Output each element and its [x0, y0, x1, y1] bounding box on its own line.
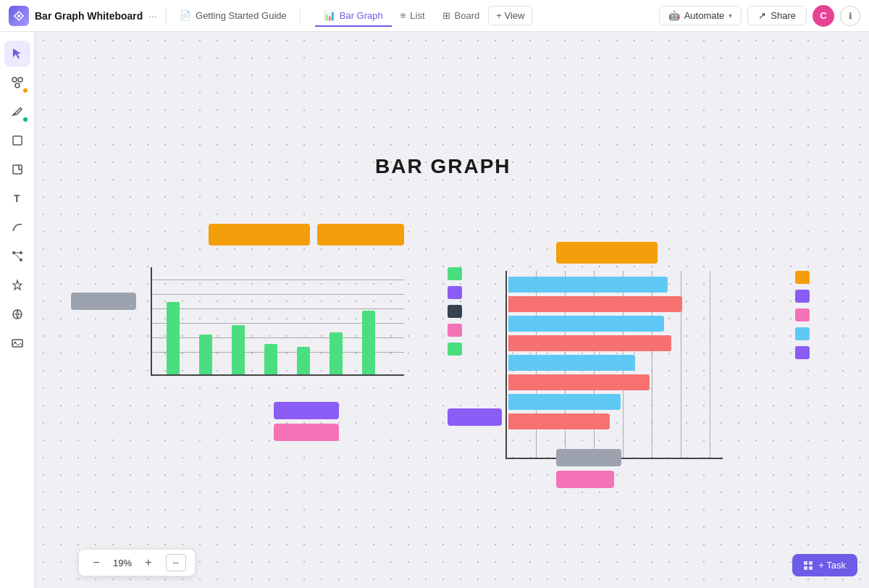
tool-image[interactable] [4, 330, 30, 356]
purple-label [274, 402, 339, 419]
legend-item [795, 327, 810, 340]
pink-label [274, 424, 339, 441]
vert-chart-inner [151, 267, 404, 376]
orange-label-2 [317, 224, 404, 245]
hbar [508, 316, 664, 332]
board-icon: ⊞ [442, 10, 450, 21]
tool-magic[interactable] [4, 70, 30, 96]
header: Bar Graph Whiteboard ··· 📄 Getting Start… [0, 0, 869, 32]
hbar [508, 296, 682, 312]
share-icon: ↗ [758, 10, 766, 21]
legend-item [795, 308, 810, 322]
legend-item [448, 267, 462, 280]
legend-item [795, 271, 810, 284]
bar [167, 302, 180, 374]
tool-ai[interactable] [4, 272, 30, 298]
h-line [152, 308, 404, 309]
h-line [152, 280, 404, 280]
share-button[interactable]: ↗ Share [747, 6, 807, 25]
tool-draw[interactable] [4, 214, 30, 240]
list-icon: ≡ [400, 10, 406, 21]
hbar [508, 335, 671, 351]
task-dot [809, 561, 813, 565]
tab-bar-graph[interactable]: 📊 Bar Graph [315, 6, 392, 27]
canvas[interactable]: BAR GRAPH [35, 32, 869, 588]
task-dot [804, 561, 807, 565]
hbar [508, 277, 668, 293]
bar-group [199, 335, 212, 374]
pink-label-right [556, 471, 614, 488]
toolbar-sidebar: T [0, 32, 35, 588]
zoom-in-button[interactable]: + [140, 554, 157, 571]
main-area: T [0, 32, 869, 588]
tab-bar: 📊 Bar Graph ≡ List ⊞ Board + View [315, 5, 533, 26]
divider [166, 9, 167, 23]
gray-label-right [556, 449, 621, 466]
bar [362, 311, 375, 374]
svg-point-3 [15, 83, 20, 88]
task-button[interactable]: + Task [792, 554, 857, 576]
svg-rect-4 [13, 136, 22, 145]
divider2 [300, 9, 301, 23]
task-dot [809, 566, 813, 570]
fit-button[interactable]: ↔ [166, 554, 186, 571]
bar-group [329, 332, 343, 374]
horizontal-bar-chart [505, 227, 766, 452]
tab-board[interactable]: ⊞ Board [434, 6, 489, 27]
tab-bar-graph-label: Bar Graph [340, 10, 383, 21]
zoom-out-button[interactable]: − [88, 554, 105, 571]
orange-label-1 [209, 224, 310, 245]
tool-connect[interactable] [4, 243, 30, 269]
zoom-controls: − 19% + ↔ [78, 549, 196, 576]
breadcrumb-getting-started[interactable]: 📄 Getting Started Guide [175, 7, 291, 24]
v-line [710, 271, 710, 458]
vertical-bar-chart [129, 224, 419, 383]
bar-graph-tab-icon: 📊 [324, 10, 335, 21]
legend-item [795, 346, 810, 359]
bar [232, 325, 245, 374]
bar [297, 347, 310, 374]
tool-text[interactable]: T [4, 185, 30, 211]
zoom-level: 19% [111, 558, 134, 568]
app-logo [9, 6, 29, 26]
canvas-title: BAR GRAPH [375, 155, 511, 178]
svg-point-0 [17, 14, 20, 17]
tool-shape[interactable] [4, 127, 30, 154]
bar [199, 335, 212, 374]
task-label: + Task [818, 560, 846, 571]
tool-select[interactable] [4, 41, 30, 67]
legend-item [448, 324, 462, 337]
breadcrumb-label: Getting Started Guide [196, 10, 287, 21]
page-title: Bar Graph Whiteboard [35, 10, 143, 22]
share-label: Share [771, 10, 796, 21]
hbar [508, 374, 650, 390]
more-options-button[interactable]: ··· [148, 10, 157, 22]
svg-text:T: T [14, 193, 20, 204]
automate-button[interactable]: 🤖 Automate ▾ [659, 6, 742, 25]
add-view-button[interactable]: + View [488, 6, 532, 25]
tab-list[interactable]: ≡ List [392, 6, 434, 27]
tab-list-label: List [410, 10, 424, 21]
bar-group [264, 344, 277, 374]
bar [329, 332, 343, 374]
bar-group [167, 302, 180, 374]
avatar: C [813, 5, 834, 27]
hbar [508, 355, 635, 371]
info-icon: ℹ [849, 11, 852, 21]
tool-sticky[interactable] [4, 156, 30, 182]
horiz-chart-inner [505, 271, 723, 459]
info-button[interactable]: ℹ [840, 6, 860, 26]
chart-legend-right [795, 271, 810, 359]
svg-rect-11 [12, 340, 22, 347]
h-line [152, 294, 404, 295]
tab-board-label: Board [455, 10, 480, 21]
doc-icon: 📄 [180, 10, 191, 21]
tool-globe[interactable] [4, 301, 30, 327]
tool-pen[interactable] [4, 98, 30, 125]
bar [264, 344, 277, 374]
header-right: 🤖 Automate ▾ ↗ Share C ℹ [659, 5, 860, 27]
add-view-label: + View [496, 10, 524, 21]
legend-item [795, 290, 810, 303]
legend-item [448, 305, 462, 318]
hbar [508, 394, 621, 410]
